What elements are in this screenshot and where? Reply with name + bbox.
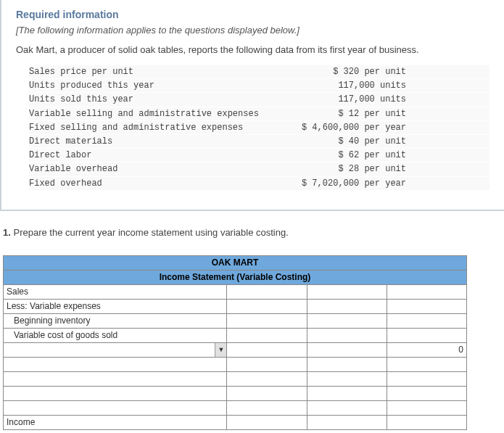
data-label: Variable overhead: [29, 162, 268, 176]
data-row: Fixed selling and administrative expense…: [29, 121, 489, 135]
income-statement-table: OAK MART Income Statement (Variable Cost…: [3, 255, 467, 430]
cell-input[interactable]: [387, 400, 466, 415]
data-row: Sales price per unit $ 320 per unit: [29, 65, 489, 79]
data-value: $ 4,600,000 per year: [268, 121, 406, 134]
info-note: [The following information applies to th…: [16, 25, 489, 36]
data-value: $ 28 per unit: [268, 162, 406, 176]
row-sales-value2[interactable]: [307, 284, 387, 299]
cell-input[interactable]: [387, 357, 466, 371]
cell-input[interactable]: [227, 299, 307, 313]
cell-input[interactable]: [307, 386, 387, 400]
data-label: Direct labor: [29, 149, 268, 162]
question-number: 1.: [3, 227, 11, 238]
row-empty-label[interactable]: [4, 371, 227, 386]
cell-input[interactable]: [387, 328, 466, 342]
row-income-label[interactable]: Income: [4, 415, 227, 429]
table-title-company: OAK MART: [4, 255, 467, 270]
cell-input[interactable]: [387, 371, 466, 386]
data-value: $ 7,020,000 per year: [268, 177, 406, 190]
data-value: 117,000 units: [268, 79, 406, 92]
row-less-variable-label[interactable]: Less: Variable expenses: [4, 299, 227, 313]
row-sales-label[interactable]: Sales: [4, 284, 227, 299]
cell-input[interactable]: [387, 386, 466, 400]
cell-input[interactable]: [307, 328, 387, 342]
data-row: Direct labor $ 62 per unit: [29, 149, 489, 162]
data-row: Units produced this year 117,000 units: [29, 79, 489, 93]
row-empty-label[interactable]: [4, 386, 227, 400]
question-body: Prepare the current year income statemen…: [13, 227, 288, 238]
chevron-down-icon[interactable]: ▼: [215, 343, 226, 357]
data-value: 117,000 units: [268, 93, 406, 106]
cell-input[interactable]: [227, 313, 307, 328]
cell-input[interactable]: [227, 342, 307, 357]
cell-input[interactable]: [307, 299, 387, 313]
cell-input[interactable]: [387, 313, 466, 328]
cell-input[interactable]: [227, 357, 307, 371]
cell-spacer: [227, 415, 307, 429]
cell-input[interactable]: [307, 313, 387, 328]
data-row: Direct materials $ 40 per unit: [29, 135, 489, 149]
required-information-heading: Required information: [16, 9, 489, 20]
data-value: $ 320 per unit: [268, 65, 406, 78]
data-label: Units sold this year: [29, 93, 268, 106]
data-label: Fixed selling and administrative expense…: [29, 121, 268, 134]
data-row: Variable selling and administrative expe…: [29, 107, 489, 121]
data-label: Units produced this year: [29, 79, 268, 92]
data-block: Sales price per unit $ 320 per unit Unit…: [29, 65, 489, 191]
data-label: Variable selling and administrative expe…: [29, 107, 268, 120]
data-label: Direct materials: [29, 135, 268, 148]
cell-input[interactable]: [387, 299, 466, 313]
cell-input[interactable]: [227, 386, 307, 400]
cell-input[interactable]: [307, 371, 387, 386]
data-value: $ 12 per unit: [268, 107, 406, 120]
row-sales-value3[interactable]: [387, 284, 466, 299]
cell-input[interactable]: [307, 342, 387, 357]
cell-input[interactable]: [227, 400, 307, 415]
data-row: Fixed overhead $ 7,020,000 per year: [29, 177, 489, 191]
row-sales-value1[interactable]: [227, 284, 307, 299]
data-row: Variable overhead $ 28 per unit: [29, 162, 489, 176]
row-empty-label[interactable]: [4, 357, 227, 371]
data-value: $ 40 per unit: [268, 135, 406, 148]
row-variable-cogs-label[interactable]: Variable cost of goods sold: [4, 328, 227, 342]
table-title-statement: Income Statement (Variable Costing): [4, 270, 467, 284]
data-row: Units sold this year 117,000 units: [29, 93, 489, 107]
data-label: Sales price per unit: [29, 65, 268, 78]
question-text: 1. Prepare the current year income state…: [3, 227, 489, 238]
intro-text: Oak Mart, a producer of solid oak tables…: [16, 44, 489, 55]
cell-input[interactable]: [307, 415, 387, 429]
data-label: Fixed overhead: [29, 177, 268, 190]
cell-input[interactable]: [307, 400, 387, 415]
row-beginning-inventory-label[interactable]: Beginning inventory: [4, 313, 227, 328]
cell-input[interactable]: [227, 371, 307, 386]
cell-input[interactable]: [307, 357, 387, 371]
row-dropdown-select[interactable]: ▼: [4, 342, 227, 357]
data-value: $ 62 per unit: [268, 149, 406, 162]
cell-computed-zero: 0: [387, 342, 466, 357]
cell-input[interactable]: [227, 328, 307, 342]
cell-input[interactable]: [387, 415, 466, 429]
row-empty-label[interactable]: [4, 400, 227, 415]
